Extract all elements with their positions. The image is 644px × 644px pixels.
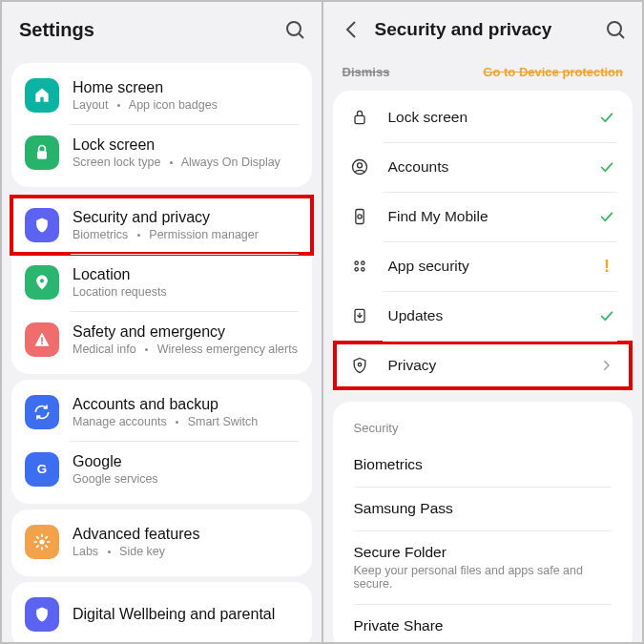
sync-icon (25, 395, 59, 429)
item-label: Private Share (354, 617, 613, 634)
settings-group: Advanced featuresLabs Side key (11, 509, 312, 576)
row-label: Google (73, 453, 299, 470)
settings-row-accounts[interactable]: Accounts and backupManage accounts Smart… (11, 384, 312, 441)
row-subtitle: Manage accounts Smart Switch (73, 415, 299, 428)
row-texts: Lock screenScreen lock type Always On Di… (73, 136, 299, 169)
row-label: Security and privacy (73, 209, 299, 226)
row-texts: Accounts and backupManage accounts Smart… (73, 396, 299, 428)
chevron-right-icon (596, 358, 617, 373)
row-subtitle: Google services (73, 472, 299, 486)
row-label: Lock screen (388, 109, 597, 126)
shield-outline-icon (348, 354, 371, 377)
security-item[interactable]: Biometrics (333, 443, 634, 487)
google-icon (25, 452, 59, 487)
check-icon (596, 207, 617, 226)
account-icon (348, 156, 371, 178)
grid-icon (348, 255, 371, 278)
status-row-updates[interactable]: Updates (333, 291, 634, 341)
svg-line-3 (620, 34, 625, 39)
search-icon[interactable] (604, 18, 627, 41)
lock-icon (25, 135, 59, 170)
notification-bar: Dismiss Go to Device protection (323, 57, 643, 91)
status-row-lockscreen[interactable]: Lock screen (333, 93, 634, 142)
settings-row-lock[interactable]: Lock screenScreen lock type Always On Di… (11, 124, 312, 181)
update-icon (348, 304, 371, 327)
status-card: Lock screenAccountsFind My MobileApp sec… (333, 91, 634, 392)
check-icon (596, 157, 617, 177)
row-subtitle: Layout App icon badges (73, 98, 299, 112)
check-icon (596, 108, 617, 127)
security-item[interactable]: Private Share (333, 604, 634, 642)
settings-pane: Settings Home screenLayout App icon badg… (2, 2, 322, 642)
row-label: Advanced features (73, 526, 299, 543)
page-title: Security and privacy (375, 19, 605, 40)
search-icon[interactable] (283, 18, 306, 41)
row-texts: Safety and emergencyMedical info Wireles… (73, 323, 299, 356)
row-subtitle: Location requests (73, 285, 299, 299)
settings-row-advanced[interactable]: Advanced featuresLabs Side key (11, 513, 312, 571)
svg-point-2 (608, 22, 621, 35)
row-label: Safety and emergency (73, 323, 299, 341)
status-row-appsec[interactable]: App security! (333, 241, 634, 291)
row-label: Accounts and backup (73, 396, 299, 413)
settings-row-safety[interactable]: Safety and emergencyMedical info Wireles… (11, 311, 312, 368)
row-label: Digital Wellbeing and parental (73, 606, 299, 623)
row-texts: Home screenLayout App icon badges (73, 79, 299, 112)
settings-group: Security and privacyBiometrics Permissio… (11, 193, 312, 374)
wellbeing-icon (25, 597, 59, 632)
row-subtitle: Screen lock type Always On Display (73, 156, 299, 169)
item-label: Biometrics (354, 456, 613, 473)
security-section-card: SecurityBiometricsSamsung PassSecure Fol… (333, 402, 634, 642)
status-row-findmy[interactable]: Find My Mobile (333, 192, 634, 241)
status-row-privacy[interactable]: Privacy (333, 341, 634, 390)
item-label: Samsung Pass (354, 500, 613, 517)
settings-row-security[interactable]: Security and privacyBiometrics Permissio… (11, 197, 312, 254)
dismiss-link[interactable]: Dismiss (343, 65, 390, 79)
settings-group: Accounts and backupManage accounts Smart… (11, 380, 312, 504)
row-label: Lock screen (73, 136, 299, 154)
row-label: Accounts (388, 158, 597, 176)
item-label: Secure Folder (354, 544, 613, 561)
section-header: Security (333, 404, 634, 443)
row-label: Updates (388, 307, 597, 324)
settings-row-google[interactable]: GoogleGoogle services (11, 441, 312, 498)
settings-row-home[interactable]: Home screenLayout App icon badges (11, 67, 312, 124)
row-texts: GoogleGoogle services (73, 453, 299, 486)
svg-line-1 (299, 34, 303, 39)
row-label: Home screen (73, 79, 299, 96)
padlock-icon (348, 106, 371, 129)
settings-group: Home screenLayout App icon badgesLock sc… (11, 63, 312, 187)
row-subtitle: Biometrics Permission manager (73, 228, 299, 241)
status-row-accounts[interactable]: Accounts (333, 142, 634, 192)
security-privacy-pane: Security and privacy Dismiss Go to Devic… (322, 2, 643, 642)
security-item[interactable]: Secure FolderKeep your personal files an… (333, 530, 634, 604)
row-label: Location (73, 266, 299, 283)
shield-icon (25, 208, 59, 242)
back-icon[interactable] (341, 18, 364, 41)
gear-icon (25, 525, 59, 559)
warning-icon: ! (596, 257, 617, 277)
row-texts: Security and privacyBiometrics Permissio… (73, 209, 299, 241)
item-subtitle: Keep your personal files and apps safe a… (354, 564, 613, 591)
row-texts: Digital Wellbeing and parental (73, 606, 299, 623)
svg-point-0 (287, 22, 301, 35)
row-subtitle: Labs Side key (73, 545, 299, 558)
page-title: Settings (19, 19, 283, 41)
settings-group: Digital Wellbeing and parental (11, 582, 312, 642)
home-icon (25, 78, 59, 113)
row-subtitle: Medical info Wireless emergency alerts (73, 343, 299, 356)
row-label: App security (388, 258, 597, 275)
go-to-device-protection-link[interactable]: Go to Device protection (483, 65, 623, 79)
device-icon (348, 205, 371, 228)
row-texts: LocationLocation requests (73, 266, 299, 299)
header: Security and privacy (323, 2, 643, 57)
row-label: Privacy (388, 357, 597, 374)
settings-row-wellbeing[interactable]: Digital Wellbeing and parental (11, 586, 312, 642)
security-item[interactable]: Samsung Pass (333, 487, 634, 530)
row-texts: Advanced featuresLabs Side key (73, 526, 299, 558)
alert-icon (25, 322, 59, 357)
check-icon (596, 306, 617, 325)
settings-row-location[interactable]: LocationLocation requests (11, 254, 312, 311)
header: Settings (2, 2, 322, 57)
row-label: Find My Mobile (388, 208, 597, 225)
